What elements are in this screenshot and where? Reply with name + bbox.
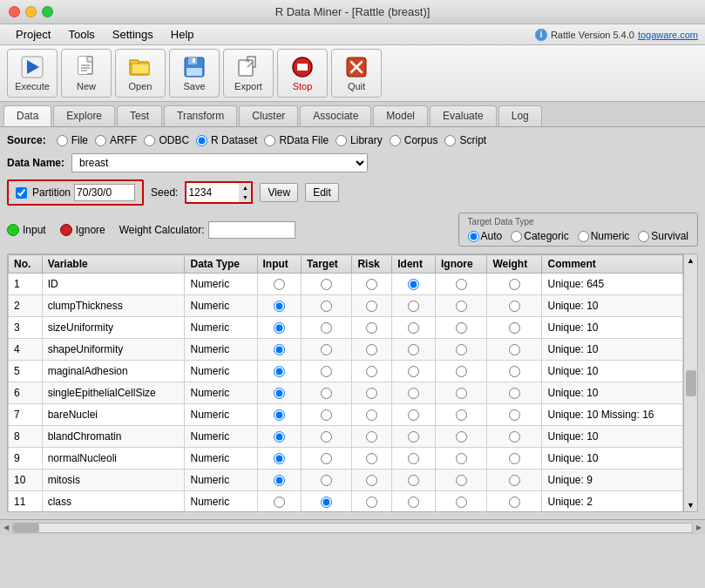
cell-ident[interactable] [392,404,436,426]
cell-weight[interactable] [487,274,542,295]
radio-input-3[interactable] [274,322,285,334]
cell-risk[interactable] [352,339,392,361]
cell-input[interactable] [257,361,302,382]
tdt-categoric[interactable]: Categoric [511,230,568,242]
radio-target-2[interactable] [321,301,332,312]
radio-input-7[interactable] [274,409,285,421]
tab-data[interactable]: Data [3,105,51,126]
menu-project[interactable]: Project [7,26,59,43]
cell-ident[interactable] [392,361,436,382]
radio-risk-6[interactable] [366,388,377,399]
radio-ident-2[interactable] [408,301,419,312]
radio-ignore-6[interactable] [456,388,467,399]
quit-button[interactable]: Quit [331,49,382,98]
radio-risk-9[interactable] [366,453,377,464]
close-button[interactable] [9,6,20,17]
radio-risk-10[interactable] [366,475,377,486]
cell-ident[interactable] [392,339,436,361]
radio-target-8[interactable] [321,431,332,443]
cell-target[interactable] [302,491,352,512]
seed-up-button[interactable]: ▲ [239,183,251,193]
radio-weight-3[interactable] [509,322,520,334]
tdt-auto-radio[interactable] [468,231,479,242]
radio-risk-1[interactable] [366,279,377,290]
cell-ignore[interactable] [436,448,487,470]
radio-weight-11[interactable] [509,497,520,508]
cell-ignore[interactable] [436,317,487,339]
cell-target[interactable] [302,274,352,295]
menu-help[interactable]: Help [162,26,203,43]
radio-ident-4[interactable] [408,344,419,355]
cell-input[interactable] [257,470,302,491]
radio-risk-8[interactable] [366,431,377,443]
radio-ident-3[interactable] [408,322,419,334]
radio-ignore-3[interactable] [456,322,467,334]
cell-weight[interactable] [487,470,542,491]
radio-ident-5[interactable] [408,366,419,377]
source-rdataset-radio[interactable] [196,135,207,146]
radio-ignore-5[interactable] [456,366,467,377]
radio-input-6[interactable] [274,388,285,399]
minimize-button[interactable] [25,6,37,17]
window-controls[interactable] [9,6,53,17]
stop-button[interactable]: Stop [277,49,328,98]
radio-target-10[interactable] [321,475,332,486]
radio-weight-8[interactable] [509,431,520,443]
source-library[interactable]: Library [336,134,383,146]
radio-target-3[interactable] [321,322,332,334]
source-corpus-radio[interactable] [390,135,401,146]
radio-risk-2[interactable] [366,301,377,312]
cell-ignore[interactable] [436,274,487,295]
cell-target[interactable] [302,426,352,448]
cell-ignore[interactable] [436,470,487,491]
source-corpus[interactable]: Corpus [390,134,438,146]
tab-log[interactable]: Log [498,105,542,126]
tab-model[interactable]: Model [373,105,428,126]
radio-weight-2[interactable] [509,301,520,312]
radio-ignore-10[interactable] [456,475,467,486]
cell-weight[interactable] [487,295,542,317]
cell-risk[interactable] [352,404,392,426]
cell-input[interactable] [257,317,302,339]
open-button[interactable]: Open [115,49,166,98]
source-library-radio[interactable] [336,135,347,146]
cell-ignore[interactable] [436,295,487,317]
cell-risk[interactable] [352,274,392,295]
horizontal-scrollbar[interactable] [12,523,693,533]
cell-risk[interactable] [352,317,392,339]
radio-weight-1[interactable] [509,279,520,290]
scroll-up-arrow[interactable]: ▲ [687,256,695,265]
source-script-radio[interactable] [444,135,456,146]
scroll-left-arrow[interactable]: ◀ [3,524,9,531]
source-file[interactable]: File [57,134,88,146]
cell-weight[interactable] [487,448,542,470]
source-arff[interactable]: ARFF [95,134,137,146]
seed-down-button[interactable]: ▼ [239,193,251,202]
menu-settings[interactable]: Settings [104,26,162,43]
cell-ignore[interactable] [436,382,487,404]
radio-weight-6[interactable] [509,388,520,399]
source-rdatafile-radio[interactable] [264,135,275,146]
radio-target-5[interactable] [321,366,332,377]
radio-risk-5[interactable] [366,366,377,377]
cell-weight[interactable] [487,317,542,339]
cell-input[interactable] [257,448,302,470]
weight-input[interactable] [208,221,295,239]
radio-ignore-2[interactable] [456,301,467,312]
radio-target-4[interactable] [321,344,332,355]
cell-target[interactable] [302,339,352,361]
scroll-down-arrow[interactable]: ▼ [687,501,695,510]
radio-target-7[interactable] [321,409,332,421]
source-rdatafile[interactable]: RData File [264,134,329,146]
radio-ignore-4[interactable] [456,344,467,355]
cell-target[interactable] [302,448,352,470]
radio-risk-11[interactable] [366,497,377,508]
source-odbc[interactable]: ODBC [144,134,189,146]
radio-weight-4[interactable] [509,344,520,355]
cell-input[interactable] [257,404,302,426]
radio-risk-7[interactable] [366,409,377,421]
radio-ignore-1[interactable] [456,279,467,290]
cell-input[interactable] [257,339,302,361]
export-button[interactable]: Export [223,49,274,98]
maximize-button[interactable] [42,6,53,17]
